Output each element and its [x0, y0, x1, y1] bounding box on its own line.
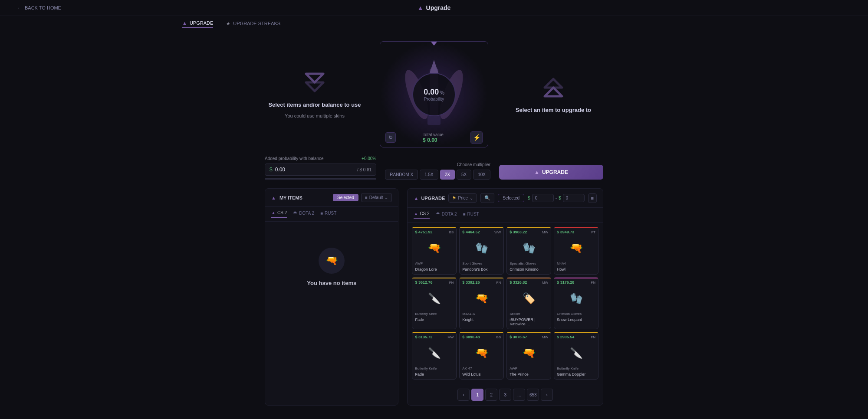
- page-1-btn[interactable]: 1: [471, 389, 483, 401]
- footer: Upgrade Your Skins: CS2 (CS:GO) Skin Upg…: [0, 414, 868, 419]
- item-card[interactable]: $ 3963.22 MW 🧤 Specialist Gloves Crimson…: [506, 227, 551, 275]
- my-items-selected-badge[interactable]: Selected: [333, 194, 358, 201]
- cs2-icon: ▲: [271, 210, 276, 215]
- probability-percent: %: [440, 90, 444, 96]
- item-card[interactable]: $ 3135.72 MW 🔪 Butterfly Knife Fade: [412, 332, 457, 380]
- my-items-title: MY ITEMS: [279, 195, 302, 200]
- item-card[interactable]: $ 3392.26 FN 🔫 M4A1-S Knight: [459, 277, 504, 329]
- item-image: 🔫: [510, 341, 548, 365]
- balance-max: / $ 0.81: [357, 167, 372, 172]
- mult-2x[interactable]: 2X: [440, 170, 455, 180]
- page-title: ▲ Upgrade: [418, 4, 451, 11]
- multiplier-buttons: RANDOM X 1.5X 2X 5X 10X: [385, 170, 490, 180]
- item-card[interactable]: $ 3612.76 FN 🔪 Butterfly Knife Fade: [412, 277, 457, 329]
- sub-nav-streaks[interactable]: ★ UPGRADE STREAKS: [226, 21, 280, 28]
- balance-label: Added probability with balance +0.00%: [265, 156, 376, 161]
- item-card[interactable]: $ 3949.73 FT 🔫 M4A4 Howl: [554, 227, 598, 275]
- upgrade-items-grid: $ 4751.92 BS 🔫 AWP Dragon Lore $ 4464.52…: [408, 223, 603, 384]
- mult-10x[interactable]: 10X: [473, 170, 490, 180]
- item-card[interactable]: $ 4464.52 WW 🧤 Sport Gloves Pandora's Bo…: [459, 227, 504, 275]
- item-card[interactable]: $ 4751.92 BS 🔫 AWP Dragon Lore: [412, 227, 457, 275]
- added-prob-value: +0.00%: [362, 156, 376, 161]
- svg-rect-6: [427, 116, 441, 125]
- upgrade-button[interactable]: ▲ UPGRADE: [499, 165, 603, 180]
- left-panel-subtitle: You could use multiple skins: [285, 113, 345, 118]
- upgrade-game-tabs: ▲ CS 2 ⯊ DOTA 2 ■ RUST: [408, 208, 603, 223]
- probability-value: 0.00: [424, 88, 439, 97]
- probability-label: Probability: [424, 97, 444, 101]
- mult-random[interactable]: RANDOM X: [385, 170, 418, 180]
- item-image: 🔫: [462, 341, 501, 365]
- search-icon-button[interactable]: 🔍: [480, 193, 494, 203]
- item-card[interactable]: $ 2905.54 FN 🔪 Butterfly Knife Gamma Dop…: [554, 332, 598, 380]
- pagination: ‹ 1 2 3 ... 653 ›: [408, 384, 603, 405]
- back-home-link[interactable]: ← BACK TO HOME: [17, 5, 61, 10]
- upgrade-cs2-icon: ▲: [414, 211, 418, 216]
- sub-nav: ▲ UPGRADE ★ UPGRADE STREAKS: [0, 16, 868, 33]
- svg-marker-7: [545, 88, 562, 96]
- balance-section: Added probability with balance +0.00% $ …: [265, 156, 376, 180]
- flag-icon: ⚑: [452, 196, 456, 200]
- upgrade-panel-title-group: ▲ UPGRADE: [414, 196, 445, 201]
- upgrade-dota2-icon: ⯊: [436, 212, 440, 216]
- price-filter-dropdown[interactable]: ⚑ Price ⌄: [448, 193, 477, 203]
- bolt-button[interactable]: ⚡: [470, 131, 483, 144]
- my-items-sort-dropdown[interactable]: ≡ Default ⌄: [361, 193, 392, 202]
- filter-apply-button[interactable]: ≡: [588, 193, 597, 203]
- dota2-icon: ⯊: [293, 211, 297, 216]
- price-from-input[interactable]: [532, 194, 554, 202]
- svg-marker-8: [545, 79, 562, 88]
- my-items-empty-state: 🔫 You have no items: [265, 222, 398, 312]
- item-image: 🔪: [415, 341, 454, 365]
- price-to-input[interactable]: [563, 194, 585, 202]
- my-items-tab-cs2[interactable]: ▲ CS 2: [271, 210, 287, 218]
- upgrade-selected-badge[interactable]: Selected: [498, 194, 524, 202]
- mult-5x[interactable]: 5X: [457, 170, 471, 180]
- upgrade-items-panel: ▲ UPGRADE ⚑ Price ⌄ 🔍 Selected $ - $: [407, 188, 603, 406]
- upgrade-rust-icon: ■: [463, 212, 465, 216]
- my-items-header: ▲ MY ITEMS Selected ≡ Default ⌄: [265, 189, 398, 207]
- next-page-btn[interactable]: ›: [541, 389, 553, 401]
- my-items-title-group: ▲ MY ITEMS: [271, 195, 302, 200]
- item-card[interactable]: $ 3076.67 MW 🔫 AWP The Prince: [506, 332, 551, 380]
- item-card[interactable]: $ 3096.48 BS 🔫 AK-47 Wild Lotus: [459, 332, 504, 380]
- price-range: $ - $: [528, 194, 584, 202]
- chevron-price-icon: ⌄: [470, 196, 473, 200]
- item-image: 🏷️: [510, 286, 548, 310]
- my-items-tab-dota2[interactable]: ⯊ DOTA 2: [293, 210, 314, 218]
- mult-1-5x[interactable]: 1.5X: [420, 170, 438, 180]
- page-last-btn[interactable]: 653: [527, 389, 539, 401]
- total-value-amount: 0.00: [427, 137, 437, 143]
- top-nav: ← BACK TO HOME ▲ Upgrade: [0, 0, 868, 16]
- item-image: 🔫: [462, 286, 501, 310]
- my-items-tab-rust[interactable]: ■ RUST: [320, 210, 336, 218]
- item-image: 🔫: [557, 236, 595, 260]
- left-panel-title: Select items and/or balance to use: [268, 101, 361, 108]
- upgrade-tab-rust[interactable]: ■ RUST: [463, 211, 479, 219]
- arrow-left-icon: ←: [17, 5, 22, 10]
- balance-input[interactable]: [275, 167, 310, 173]
- dollar-sign-icon: $: [270, 167, 273, 173]
- prev-page-btn[interactable]: ‹: [457, 389, 470, 401]
- page-2-btn[interactable]: 2: [485, 389, 497, 401]
- item-image: 🔪: [557, 341, 595, 365]
- rust-icon: ■: [320, 211, 323, 216]
- upgrade-panel-icon: ▲: [414, 196, 418, 201]
- center-card-bottom: ↻ Total value $ 0.00 ⚡: [380, 131, 488, 144]
- item-card[interactable]: $ 3176.28 FN 🧤 Crimson Gloves Snow Leopa…: [554, 277, 598, 329]
- upgrade-btn-icon: ▲: [534, 169, 539, 175]
- upgrade-tab-dota2[interactable]: ⯊ DOTA 2: [436, 211, 457, 219]
- page-3-btn[interactable]: 3: [499, 389, 511, 401]
- main-content: Select items and/or balance to use You c…: [0, 33, 868, 414]
- item-image: 🔪: [415, 286, 454, 310]
- my-items-panel: ▲ MY ITEMS Selected ≡ Default ⌄ ▲: [265, 188, 398, 406]
- right-panel-title: Select an item to upgrade to: [516, 107, 591, 113]
- item-card[interactable]: $ 3326.82 MW 🏷️ Sticker iBUYPOWER | Kato…: [506, 277, 551, 329]
- multiplier-section: Choose multiplier RANDOM X 1.5X 2X 5X 10…: [385, 162, 490, 180]
- balance-slider[interactable]: [265, 178, 376, 180]
- sub-nav-upgrade[interactable]: ▲ UPGRADE: [182, 20, 213, 28]
- star-icon: ★: [226, 21, 230, 26]
- refresh-button[interactable]: ↻: [385, 132, 396, 143]
- upgrade-tab-cs2[interactable]: ▲ CS 2: [414, 211, 429, 219]
- svg-marker-5: [430, 60, 438, 73]
